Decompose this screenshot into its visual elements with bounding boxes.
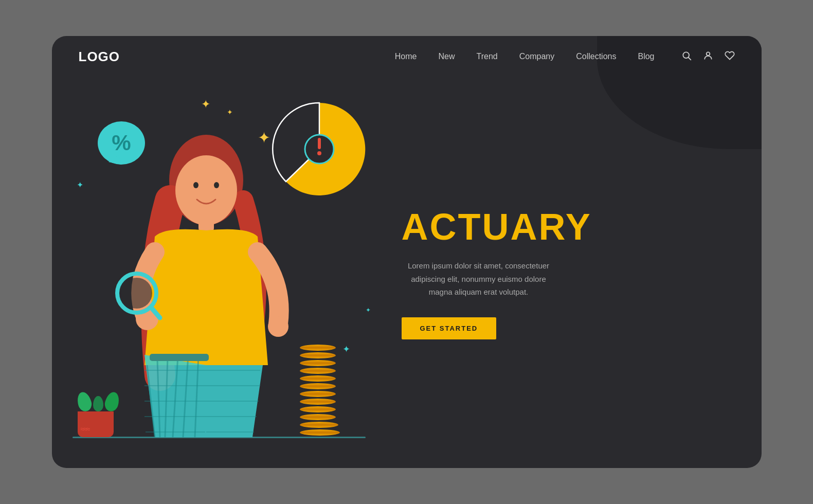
nav-links: Home New Trend Company Collections Blog	[395, 52, 655, 61]
main-heading: ACTUARY	[402, 206, 592, 248]
svg-point-11	[193, 182, 198, 188]
nav-blog[interactable]: Blog	[638, 52, 654, 61]
svg-rect-29	[150, 354, 209, 361]
nav-trend[interactable]: Trend	[477, 52, 498, 61]
hero-description: Lorem ipsum dolor sit amet, consectetuer…	[402, 259, 556, 299]
svg-point-35	[268, 316, 288, 337]
sparkle-1: ✦	[201, 98, 210, 111]
logo: LOGO	[79, 49, 120, 65]
nav-icon-group	[681, 50, 735, 63]
main-card: LOGO Home New Trend Company Collections …	[52, 36, 762, 468]
nav-company[interactable]: Company	[519, 52, 554, 61]
nav-collections[interactable]: Collections	[576, 52, 616, 61]
illustration-area: ✦ ✦ ✦ ✦ ✦ ✦ %	[52, 77, 381, 468]
sparkle-teal-1: ✦	[342, 344, 350, 355]
main-content: ✦ ✦ ✦ ✦ ✦ ✦ %	[52, 77, 762, 468]
nav-new[interactable]: New	[439, 52, 455, 61]
heart-icon[interactable]	[725, 50, 735, 63]
right-content-area: ACTUARY Lorem ipsum dolor sit amet, cons…	[381, 77, 762, 468]
sparkle-teal-3: ✦	[77, 180, 83, 190]
get-started-button[interactable]: GET STARTED	[402, 317, 497, 339]
nav-home[interactable]: Home	[395, 52, 417, 61]
user-icon[interactable]	[703, 50, 713, 63]
percent-badge: %	[93, 118, 150, 175]
sparkle-2: ✦	[227, 108, 233, 116]
svg-text:%: %	[112, 131, 131, 155]
search-icon[interactable]	[681, 50, 692, 63]
svg-point-2	[706, 52, 710, 56]
svg-point-10	[175, 155, 237, 225]
sparkle-teal-2: ✦	[366, 307, 371, 314]
navbar: LOGO Home New Trend Company Collections …	[52, 36, 762, 77]
sparkle-3: ✦	[258, 129, 270, 147]
svg-line-1	[688, 57, 691, 60]
svg-point-12	[214, 182, 219, 188]
svg-point-17	[121, 278, 152, 309]
